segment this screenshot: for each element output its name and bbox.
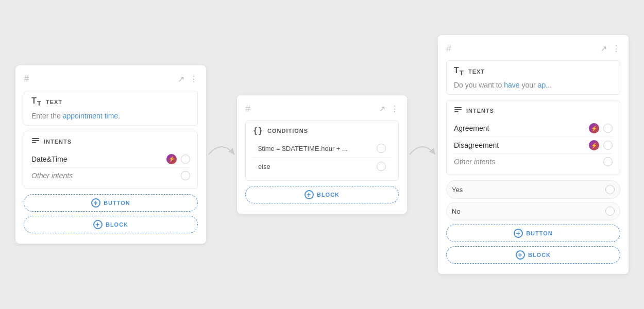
add-button-3[interactable]: + BUTTON	[446, 225, 620, 242]
more-icon-1[interactable]: ⋮	[190, 74, 198, 84]
radio-disagreement[interactable]	[603, 141, 613, 150]
radio-yes[interactable]	[605, 185, 615, 194]
hash-icon-1: #	[24, 74, 29, 84]
add-button-1-label: BUTTON	[104, 200, 130, 206]
add-block-1-circle: +	[93, 220, 103, 229]
radio-condition-2[interactable]	[377, 162, 386, 171]
radio-agreement[interactable]	[603, 124, 613, 133]
svg-rect-1	[32, 140, 39, 141]
intent-name-datetime: Date&Time	[31, 155, 67, 163]
intent-row-agreement[interactable]: Agreement ⚡	[454, 120, 613, 137]
text-suffix-1: .	[118, 112, 120, 120]
text-prefix-1: Enter the	[31, 112, 63, 120]
text-block-1: TT TEXT Enter the appointment time.	[24, 91, 198, 125]
card-1: # ↗ ⋮ TT TEXT Enter the appointment time…	[15, 65, 206, 243]
add-button-3-label: BUTTON	[526, 230, 553, 236]
text-icon-1: TT	[31, 96, 42, 107]
lightning-badge-datetime: ⚡	[166, 154, 177, 164]
text-highlight-1: appointment time	[63, 112, 118, 120]
add-button-1[interactable]: + BUTTON	[24, 194, 198, 212]
link-icon-2[interactable]: ↗	[379, 104, 385, 114]
card-1-header-icons: ↗ ⋮	[178, 74, 198, 84]
card-3-header: # ↗ ⋮	[446, 43, 620, 54]
card-3-header-icons: ↗ ⋮	[600, 44, 620, 54]
yes-button-row[interactable]: Yes	[446, 180, 620, 199]
intents-block-3: INTENTS Agreement ⚡ Disagreement ⚡	[446, 100, 620, 175]
condition-row-2[interactable]: else	[253, 158, 391, 175]
yes-label: Yes	[452, 186, 463, 194]
text-prefix-3: Do you want to	[454, 81, 504, 89]
radio-datetime[interactable]	[181, 154, 190, 164]
text-block-1-title: TT TEXT	[31, 96, 190, 107]
intent-actions-datetime: ⚡	[166, 154, 190, 164]
conditions-icon: {}	[253, 126, 263, 135]
intent-row-other-1[interactable]: Other intents	[31, 168, 190, 183]
intents-title-1: INTENTS	[31, 136, 190, 147]
add-button-3-circle: +	[514, 229, 523, 238]
radio-other-1[interactable]	[181, 171, 190, 180]
svg-rect-5	[454, 111, 459, 112]
card-2: # ↗ ⋮ {} CONDITIONS $time = $DATETIME.ho…	[237, 95, 407, 214]
intent-name-agreement: Agreement	[454, 124, 489, 132]
flow-container: # ↗ ⋮ TT TEXT Enter the appointment time…	[15, 35, 629, 274]
no-label: No	[452, 208, 461, 215]
intents-label-1: INTENTS	[44, 139, 72, 145]
no-button-row[interactable]: No	[446, 202, 620, 220]
svg-rect-0	[32, 138, 39, 139]
more-icon-2[interactable]: ⋮	[391, 104, 399, 114]
add-block-3[interactable]: + BLOCK	[446, 246, 620, 264]
svg-rect-2	[32, 142, 36, 143]
intent-row-disagreement[interactable]: Disagreement ⚡	[454, 137, 613, 154]
text-content-1: Enter the appointment time.	[31, 112, 190, 120]
add-block-2-circle: +	[304, 190, 314, 199]
arrow-svg-2	[407, 134, 438, 175]
card-3: # ↗ ⋮ TT TEXT Do you want to have your a…	[438, 35, 629, 274]
add-block-3-circle: +	[516, 250, 525, 260]
add-block-2[interactable]: + BLOCK	[245, 186, 399, 203]
card-2-header-icons: ↗ ⋮	[379, 104, 399, 114]
link-icon-1[interactable]: ↗	[178, 74, 184, 84]
intent-left-datetime: Date&Time	[31, 155, 67, 163]
add-block-3-label: BLOCK	[528, 252, 551, 258]
intent-name-other-3: Other intents	[454, 158, 495, 166]
arrow-svg-1	[206, 134, 237, 175]
add-block-1[interactable]: + BLOCK	[24, 216, 198, 233]
condition-text-2: else	[258, 163, 270, 170]
text-icon-3: TT	[454, 66, 464, 77]
canvas: # ↗ ⋮ TT TEXT Enter the appointment time…	[0, 0, 644, 309]
text-suffix-3: ...	[546, 81, 552, 89]
lightning-badge-disagreement: ⚡	[589, 140, 599, 150]
radio-no[interactable]	[605, 207, 615, 216]
radio-other-3[interactable]	[603, 157, 613, 166]
radio-condition-1[interactable]	[377, 144, 386, 153]
intent-row-datetime[interactable]: Date&Time ⚡	[31, 151, 190, 168]
intent-actions-agreement: ⚡	[589, 123, 613, 133]
intents-icon-3	[454, 106, 462, 116]
conditions-label: CONDITIONS	[267, 128, 308, 134]
intents-title-3: INTENTS	[454, 106, 613, 116]
intents-label-3: INTENTS	[466, 108, 494, 114]
condition-text-1: $time = $DATETIME.hour + ...	[258, 145, 348, 152]
hash-icon-3: #	[446, 43, 451, 54]
more-icon-3[interactable]: ⋮	[612, 44, 620, 54]
text-content-3: Do you want to have your ap...	[454, 81, 613, 89]
conditions-block: {} CONDITIONS $time = $DATETIME.hour + .…	[245, 121, 399, 181]
conditions-title: {} CONDITIONS	[253, 126, 391, 135]
arrow-2	[407, 134, 438, 175]
card-1-hash: #	[24, 74, 29, 84]
condition-row-1[interactable]: $time = $DATETIME.hour + ...	[253, 140, 391, 158]
intent-name-other-1: Other intents	[31, 171, 73, 180]
add-button-1-circle: +	[91, 198, 100, 208]
card-1-header: # ↗ ⋮	[24, 74, 198, 84]
svg-rect-3	[454, 107, 462, 108]
lightning-badge-agreement: ⚡	[589, 123, 599, 133]
intents-icon-1	[31, 136, 40, 147]
text-highlight-3: have	[504, 81, 519, 89]
text-block-3: TT TEXT Do you want to have your ap...	[446, 60, 620, 95]
hash-icon-2: #	[245, 104, 250, 114]
intent-actions-disagreement: ⚡	[589, 140, 613, 150]
arrow-1	[206, 134, 237, 175]
link-icon-3[interactable]: ↗	[600, 44, 607, 54]
card-3-hash: #	[446, 43, 451, 54]
intent-row-other-3[interactable]: Other intents	[454, 154, 613, 169]
